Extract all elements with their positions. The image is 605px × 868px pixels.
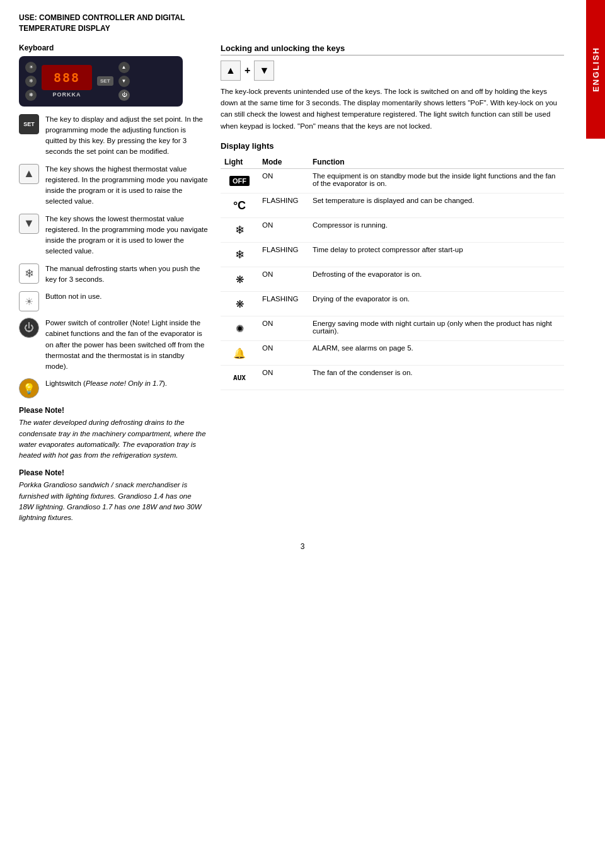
set-key-icon: SET (19, 114, 39, 134)
lightbulb-key-text: Lightswitch (Please note! Only in 1.7). (45, 378, 167, 389)
ctrl-icon-power: ⏻ (118, 90, 130, 101)
function-cell: The fan of the condenser is on. (309, 366, 564, 390)
plus-sign: + (245, 65, 250, 76)
title-line2: TEMPERATURE DISPLAY (19, 23, 586, 34)
table-row: AUXONThe fan of the condenser is on. (221, 366, 564, 390)
right-column: Locking and unlocking the keys ▲ + ▼ The… (221, 43, 586, 524)
mode-cell: FLASHING (258, 194, 309, 218)
snowflake-flash-icon: ❄ (235, 248, 245, 262)
title-line1: USE: COMBINED CONTROLLER AND DIGITAL (19, 13, 586, 23)
function-cell: Time delay to protect compressor after s… (309, 243, 564, 267)
left-column: Keyboard ☀ ❄ ❋ 888 PORKKA (19, 43, 208, 524)
mode-cell: ON (258, 169, 309, 194)
locking-section: Locking and unlocking the keys ▲ + ▼ The… (221, 43, 564, 132)
ctrl-center: 888 PORKKA (42, 65, 92, 98)
up-key-text: The key shows the highest thermostat val… (45, 164, 208, 207)
down-key-icon: ▼ (19, 214, 39, 234)
set-key-text: The key to display and adjust the set po… (45, 114, 208, 158)
please-note-2-text: Porkka Grandioso sandwich / snack mercha… (19, 480, 208, 523)
locking-heading: Locking and unlocking the keys (221, 43, 564, 55)
key-item-set: SET The key to display and adjust the se… (19, 114, 208, 158)
light-cell: ✺ (221, 316, 258, 341)
lightbulb-key-icon: 💡 (19, 378, 39, 398)
snowflake-key-icon: ❄ (19, 263, 39, 284)
mode-cell: FLASHING (258, 243, 309, 267)
snowflake-icon: ❄ (25, 267, 34, 281)
up-lock-icon: ▲ (226, 65, 236, 76)
power-icon: ⏻ (24, 322, 34, 333)
mode-cell: ON (258, 316, 309, 341)
light-cell: ❄ (221, 243, 258, 267)
col-light-header: Light (221, 156, 258, 169)
ctrl-brand: PORKKA (52, 91, 81, 98)
mode-cell: ON (258, 366, 309, 390)
sun-icon: ☀ (25, 296, 33, 308)
please-note-1-text: The water developed during defrosting dr… (19, 417, 208, 461)
power-key-icon: ⏻ (19, 318, 39, 338)
celsius-icon: °C (233, 199, 246, 212)
table-row: ❋FLASHINGDrying of the evaporator is on. (221, 292, 564, 316)
mode-cell: ON (258, 341, 309, 366)
key-item-lightbulb: 💡 Lightswitch (Please note! Only in 1.7)… (19, 378, 208, 398)
display-lights-section: Display lights Light Mode Function OFFON… (221, 141, 564, 390)
keyboard-heading: Keyboard (19, 43, 208, 52)
function-cell: Energy saving mode with night curtain up… (309, 316, 564, 341)
col-function-header: Function (309, 156, 564, 169)
please-note-1-heading: Please Note! (19, 406, 208, 415)
snowflake-key-text: The manual defrosting starts when you pu… (45, 263, 208, 286)
english-label: ENGLISH (591, 47, 601, 92)
defrost-flash-icon: ❋ (236, 298, 244, 310)
light-cell: ❋ (221, 292, 258, 316)
ctrl-icon-down: ▼ (118, 76, 130, 87)
light-cell: 🔔 (221, 341, 258, 366)
energy-icon: ✺ (236, 323, 244, 335)
ctrl-set-btn: SET (97, 76, 113, 86)
keyboard-section: Keyboard ☀ ❄ ❋ 888 PORKKA (19, 43, 208, 107)
page-header: USE: COMBINED CONTROLLER AND DIGITAL TEM… (19, 13, 586, 34)
display-lights-table: Light Mode Function OFFONThe equipment i… (221, 156, 564, 390)
table-row: OFFONThe equipment is on standby mode bu… (221, 169, 564, 194)
table-row: ❄ONCompressor is running. (221, 218, 564, 243)
sun-key-text: Button not in use. (45, 291, 102, 302)
light-cell: ❄ (221, 218, 258, 243)
light-cell: °C (221, 194, 258, 218)
please-note-1: Please Note! The water developed during … (19, 406, 208, 461)
key-item-up: ▲ The key shows the highest thermostat v… (19, 164, 208, 207)
function-cell: The equipment is on standby mode but the… (309, 169, 564, 194)
light-cell: AUX (221, 366, 258, 390)
defrost-light-icon: ❋ (236, 274, 244, 286)
up-key-icon: ▲ (19, 164, 39, 184)
snowflake-light-icon: ❄ (235, 223, 245, 237)
off-badge: OFF (229, 176, 250, 186)
main-layout: Keyboard ☀ ❄ ❋ 888 PORKKA (19, 43, 586, 524)
controller-image: ☀ ❄ ❋ 888 PORKKA SET ▲ (19, 56, 183, 107)
table-row: ❋ONDefrosting of the evaporator is on. (221, 267, 564, 292)
function-cell: Set temperature is displayed and can be … (309, 194, 564, 218)
lightbulb-icon: 💡 (23, 383, 35, 395)
lock-down-icon: ▼ (254, 61, 274, 81)
display-lights-heading: Display lights (221, 141, 564, 151)
light-cell: ❋ (221, 267, 258, 292)
locking-text: The key-lock prevents unintended use of … (221, 86, 564, 132)
please-note-2-heading: Please Note! (19, 468, 208, 477)
key-item-snowflake: ❄ The manual defrosting starts when you … (19, 263, 208, 286)
col-mode-header: Mode (258, 156, 309, 169)
light-cell: OFF (221, 169, 258, 194)
down-arrow-icon: ▼ (23, 217, 35, 230)
page-container: ENGLISH USE: COMBINED CONTROLLER AND DIG… (0, 0, 605, 868)
down-lock-icon: ▼ (259, 65, 269, 76)
function-cell: Compressor is running. (309, 218, 564, 243)
ctrl-icon-defrost: ❋ (25, 90, 37, 101)
page-number-value: 3 (301, 542, 305, 551)
table-row: ✺ONEnergy saving mode with night curtain… (221, 316, 564, 341)
alarm-icon: 🔔 (233, 347, 246, 359)
please-note-2: Please Note! Porkka Grandioso sandwich /… (19, 468, 208, 523)
function-cell: ALARM, see alarms on page 5. (309, 341, 564, 366)
function-cell: Defrosting of the evaporator is on. (309, 267, 564, 292)
sun-key-icon: ☀ (19, 291, 39, 311)
key-item-power: ⏻ Power switch of controller (Note! Ligh… (19, 318, 208, 372)
ctrl-icon-snow: ❄ (25, 76, 37, 87)
lock-icons-row: ▲ + ▼ (221, 61, 564, 81)
mode-cell: FLASHING (258, 292, 309, 316)
table-row: 🔔ONALARM, see alarms on page 5. (221, 341, 564, 366)
